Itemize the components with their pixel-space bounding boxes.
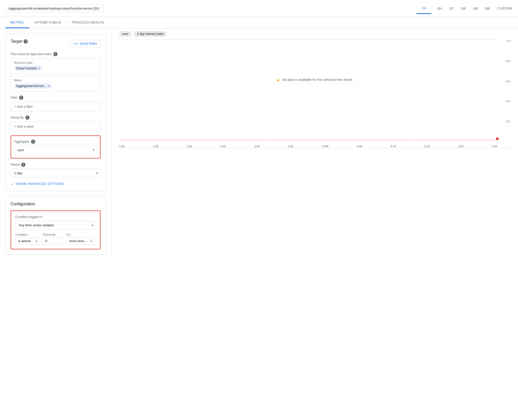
x-label-10: 3:20 xyxy=(458,145,463,148)
aggregator-help-icon[interactable]: ? xyxy=(31,140,35,144)
period-select-wrapper: 1 day 1 minute 5 minutes xyxy=(11,169,100,177)
right-panel: sum 1 day interval (rate) 1.0 0.8 0.6 0.… xyxy=(111,28,518,260)
condition-col: Condition is above is below is absent xyxy=(15,233,39,245)
condition-details-row: Condition is above is below is absent Th… xyxy=(15,233,96,245)
find-resource-help-icon[interactable]: ? xyxy=(53,52,57,56)
aggregator-label: Aggregator ? xyxy=(14,140,97,144)
metric-row: Metric: logging/user/cbt-sch... × xyxy=(11,76,100,91)
condition-box: Condition triggers if Any time series vi… xyxy=(11,211,100,249)
threshold-input[interactable] xyxy=(42,237,63,245)
chart-controls: sum 1 day interval (rate) xyxy=(119,31,510,37)
tab-uptime-check[interactable]: UPTIME CHECK xyxy=(29,17,67,28)
tabs-bar: METRIC UPTIME CHECK PROCESS HEALTH xyxy=(0,17,518,28)
aggregator-select-wrapper: sum mean min max xyxy=(14,146,97,154)
grid-line-2 xyxy=(119,83,510,83)
x-label-6: 3 PM xyxy=(322,145,328,148)
condition-triggers-label: Condition triggers if xyxy=(15,215,96,219)
time-navigation: 1H 6H 1D 1W 1M 6W CUSTOM xyxy=(416,3,513,14)
for-col-label: For xyxy=(66,233,94,236)
metric-value: logging/user/cbt-sch... xyxy=(16,84,46,88)
condition-col-select[interactable]: is above is below is absent xyxy=(15,237,39,245)
y-label-2: 0.8 xyxy=(506,60,510,63)
show-advanced-label: SHOW ADVANCED OPTIONS xyxy=(16,182,64,186)
show-advanced-options[interactable]: ⌄ SHOW ADVANCED OPTIONS xyxy=(11,182,100,186)
metric-close[interactable]: × xyxy=(47,84,49,88)
tab-metric[interactable]: METRIC xyxy=(5,17,29,28)
time-btn-1h[interactable]: 1H xyxy=(416,3,431,14)
find-resource-label: Find resource type and metric ? xyxy=(11,52,100,56)
x-label-3: 2:45 xyxy=(220,145,226,148)
resource-type-close[interactable]: × xyxy=(38,67,40,70)
target-help-icon[interactable]: ? xyxy=(24,39,28,44)
threshold-dot xyxy=(496,137,499,140)
x-label-0: 2:30 xyxy=(119,145,125,148)
threshold-line xyxy=(119,140,497,140)
resource-type-value: Cloud Function xyxy=(16,67,37,70)
period-section: Period ? 1 day 1 minute 5 minutes xyxy=(11,163,100,177)
target-title: Target ? xyxy=(11,39,28,44)
find-resource-section: Find resource type and metric ? Resource… xyxy=(11,52,100,91)
resource-type-row: Resource type: Cloud Function × xyxy=(11,58,100,74)
group-by-label: Group By ? xyxy=(11,115,100,120)
top-bar-left xyxy=(5,5,104,12)
aggregator-select[interactable]: sum mean min max xyxy=(14,146,97,154)
target-header: Target ? </> Query Editor xyxy=(11,39,100,48)
main-layout: Target ? </> Query Editor Find resource … xyxy=(0,28,518,260)
x-label-9: 3:15 xyxy=(424,145,430,148)
time-btn-1m[interactable]: 1M xyxy=(472,5,479,11)
for-col-select[interactable]: most rece... 1 minute 5 minutes xyxy=(66,237,94,245)
add-label-placeholder: + Add a label xyxy=(14,125,34,128)
sum-chip[interactable]: sum xyxy=(119,31,131,37)
x-axis: 2:30 2:35 2:40 2:45 2:50 2:55 3 PM 3:05 … xyxy=(119,143,497,148)
tab-process-health[interactable]: PROCESS HEALTH xyxy=(67,17,109,28)
y-axis: 1.0 0.8 0.6 0.4 0.2 xyxy=(500,39,510,140)
filter-label: Filter ? xyxy=(11,96,100,100)
y-label-4: 0.4 xyxy=(506,100,510,103)
y-label-3: 0.6 xyxy=(506,80,510,83)
time-btn-custom[interactable]: CUSTOM xyxy=(496,5,513,11)
y-label-1: 1.0 xyxy=(506,39,510,42)
target-title-text: Target xyxy=(11,39,22,44)
resource-type-label: Resource type: xyxy=(14,61,97,64)
configuration-title: Configuration xyxy=(11,202,100,206)
filter-help-icon[interactable]: ? xyxy=(19,96,23,100)
for-col-select-wrapper: most rece... 1 minute 5 minutes xyxy=(66,237,94,245)
url-input[interactable] xyxy=(5,5,104,12)
time-btn-1w[interactable]: 1W xyxy=(460,5,467,11)
add-filter-box[interactable]: + Add a filter xyxy=(11,102,100,111)
condition-triggers-select[interactable]: Any time series violates All time series… xyxy=(15,221,96,229)
x-label-4: 2:50 xyxy=(254,145,260,148)
chart-top-line xyxy=(119,39,497,40)
no-data-text: No data is available for the selected ti… xyxy=(282,78,354,82)
x-label-7: 3:05 xyxy=(357,145,362,148)
grid-line-1 xyxy=(119,61,510,61)
interval-chip[interactable]: 1 day interval (rate) xyxy=(134,31,167,37)
add-filter-placeholder: + Add a filter xyxy=(14,105,33,108)
target-section: Target ? </> Query Editor Find resource … xyxy=(5,34,106,191)
top-bar: 1H 6H 1D 1W 1M 6W CUSTOM xyxy=(0,0,518,17)
no-data-message: ▲ No data is available for the selected … xyxy=(276,77,353,82)
time-btn-6h[interactable]: 6H xyxy=(437,5,443,11)
add-label-box[interactable]: + Add a label xyxy=(11,122,100,131)
group-by-help-icon[interactable]: ? xyxy=(25,115,30,120)
aggregator-section: Aggregator ? sum mean min max xyxy=(11,135,100,158)
group-by-section: Group By ? + Add a label xyxy=(11,115,100,131)
time-btn-6w[interactable]: 6W xyxy=(484,5,491,11)
time-btn-1d[interactable]: 1D xyxy=(448,5,455,11)
period-help-icon[interactable]: ? xyxy=(21,163,25,167)
period-select[interactable]: 1 day 1 minute 5 minutes xyxy=(11,169,100,177)
metric-chip: logging/user/cbt-sch... × xyxy=(14,83,52,89)
condition-col-label: Condition xyxy=(15,233,39,236)
x-label-1: 2:35 xyxy=(153,145,158,148)
x-label-5: 2:55 xyxy=(288,145,293,148)
filter-section: Filter ? + Add a filter xyxy=(11,96,100,111)
query-editor-label: Query Editor xyxy=(80,42,97,45)
code-icon: </> xyxy=(73,42,78,46)
query-editor-button[interactable]: </> Query Editor xyxy=(70,40,100,47)
condition-triggers-select-wrapper: Any time series violates All time series… xyxy=(15,221,96,229)
period-label: Period ? xyxy=(11,163,100,167)
grid-line-4 xyxy=(119,126,510,126)
for-col: For most rece... 1 minute 5 minutes xyxy=(66,233,94,245)
metric-label: Metric: xyxy=(14,79,97,82)
left-panel: Target ? </> Query Editor Find resource … xyxy=(0,28,111,260)
